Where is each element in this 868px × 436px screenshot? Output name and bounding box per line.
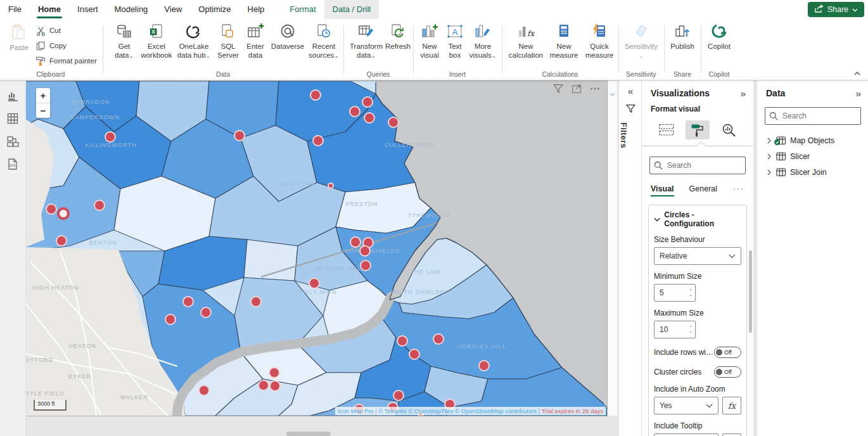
more-options-icon[interactable] bbox=[589, 83, 601, 96]
tab-home[interactable]: Home bbox=[30, 0, 69, 19]
tab-format[interactable]: Format bbox=[281, 0, 324, 19]
map-marker[interactable] bbox=[361, 260, 371, 271]
map-marker[interactable] bbox=[270, 381, 280, 391]
tab-data-drill[interactable]: Data / Drill bbox=[324, 0, 380, 19]
tab-file[interactable]: File bbox=[0, 0, 30, 19]
map-marker[interactable] bbox=[201, 307, 211, 317]
minimum-size-stepper[interactable]: ⌃⌄ bbox=[654, 284, 696, 302]
choropleth-map[interactable]: BURRADONCAMPERDOWNKILLINGWORTHNEW YORKCU… bbox=[25, 81, 607, 416]
circles-configuration-header[interactable]: Circles - Configuration bbox=[654, 210, 741, 228]
auto-zoom-fx-button[interactable]: fx bbox=[722, 397, 741, 414]
map-marker[interactable] bbox=[350, 237, 361, 247]
more-format-options-icon[interactable]: ··· bbox=[733, 184, 744, 193]
map-marker[interactable] bbox=[397, 336, 407, 346]
cluster-circles-toggle[interactable]: Off bbox=[714, 366, 741, 378]
cut-button[interactable]: Cut bbox=[35, 25, 61, 36]
stepper-arrows-icon[interactable]: ⌃⌄ bbox=[689, 289, 692, 297]
attribution-link[interactable]: © OpenMapTiles bbox=[408, 407, 453, 414]
map-marker[interactable] bbox=[183, 297, 193, 307]
map-marker[interactable] bbox=[251, 297, 261, 307]
map-marker[interactable] bbox=[433, 334, 444, 344]
canvas-vertical-scrollbar[interactable] bbox=[608, 81, 617, 416]
analytics-tab[interactable] bbox=[717, 120, 741, 139]
dax-query-view-button[interactable]: DAX bbox=[0, 153, 25, 176]
minimum-size-input[interactable] bbox=[654, 288, 682, 298]
new-measure-button[interactable]: New measure bbox=[547, 23, 580, 60]
map-marker[interactable] bbox=[313, 136, 323, 146]
map-marker[interactable] bbox=[105, 132, 115, 142]
sensitivity-button[interactable]: Sensitivity ⌄ bbox=[623, 23, 659, 60]
map-marker[interactable] bbox=[165, 314, 176, 324]
map-marker[interactable] bbox=[393, 390, 404, 401]
include-tooltip-dropdown[interactable]: Yes bbox=[654, 433, 718, 436]
transform-data-button[interactable]: Transform data⌄ bbox=[348, 23, 384, 60]
format-painter-button[interactable]: Format painter bbox=[35, 56, 97, 67]
quick-measure-button[interactable]: Quick measure bbox=[583, 23, 616, 60]
map-marker[interactable] bbox=[350, 106, 360, 117]
publish-button[interactable]: Publish bbox=[668, 23, 697, 51]
tab-view[interactable]: View bbox=[156, 0, 190, 19]
tab-optimize[interactable]: Optimize bbox=[190, 0, 239, 19]
map-visual[interactable]: BURRADONCAMPERDOWNKILLINGWORTHNEW YORKCU… bbox=[25, 81, 607, 416]
attribution-product[interactable]: Icon Map Pro bbox=[338, 407, 374, 414]
search-input[interactable] bbox=[781, 111, 857, 121]
map-marker[interactable] bbox=[94, 200, 105, 210]
text-box-button[interactable]: A Text box bbox=[444, 23, 466, 60]
tab-modeling[interactable]: Modeling bbox=[106, 0, 156, 19]
copilot-button[interactable]: Copilot bbox=[705, 23, 734, 51]
search-input[interactable] bbox=[666, 160, 741, 170]
data-search[interactable] bbox=[765, 107, 861, 125]
map-marker[interactable] bbox=[56, 236, 67, 246]
build-visual-tab[interactable] bbox=[654, 120, 679, 139]
canvas-horizontal-scrollbar[interactable] bbox=[286, 432, 331, 436]
tab-help[interactable]: Help bbox=[239, 0, 273, 19]
map-marker[interactable] bbox=[309, 278, 319, 288]
recent-sources-button[interactable]: Recent sources⌄ bbox=[308, 23, 340, 60]
copy-button[interactable]: Copy bbox=[35, 41, 67, 51]
zoom-in-button[interactable]: + bbox=[36, 88, 50, 103]
refresh-button[interactable]: Refresh bbox=[385, 23, 411, 51]
report-view-button[interactable] bbox=[0, 84, 25, 107]
stepper-arrows-icon[interactable]: ⌃⌄ bbox=[689, 326, 692, 333]
map-marker[interactable] bbox=[234, 131, 245, 141]
map-marker[interactable] bbox=[269, 368, 279, 378]
zoom-out-button[interactable]: − bbox=[36, 103, 50, 118]
visualizations-search[interactable] bbox=[649, 157, 746, 174]
map-marker[interactable] bbox=[199, 385, 209, 395]
new-calculation-button[interactable]: fx New calculation bbox=[507, 23, 545, 60]
map-marker[interactable] bbox=[258, 380, 269, 390]
attribution-link[interactable]: © Tekantis bbox=[378, 407, 406, 414]
dataverse-button[interactable]: Dataverse bbox=[270, 23, 305, 51]
map-marker[interactable] bbox=[46, 204, 56, 214]
tab-visual[interactable]: Visual bbox=[651, 184, 674, 193]
map-marker[interactable] bbox=[310, 90, 321, 100]
map-marker[interactable] bbox=[328, 183, 333, 188]
collapse-visualizations-icon[interactable]: » bbox=[741, 89, 746, 98]
table-slicer[interactable]: Slicer bbox=[757, 148, 868, 164]
collapse-data-pane-icon[interactable]: » bbox=[856, 89, 861, 98]
visualizations-scrollbar[interactable] bbox=[749, 250, 752, 333]
collapse-ribbon-icon[interactable] bbox=[854, 68, 860, 77]
table-view-button[interactable] bbox=[0, 107, 25, 130]
map-marker[interactable] bbox=[388, 117, 399, 127]
share-button[interactable]: Share bbox=[808, 2, 864, 17]
maximum-size-stepper[interactable]: ⌃⌄ bbox=[654, 321, 696, 338]
table-slicer-join[interactable]: Slicer Join bbox=[757, 164, 868, 180]
map-marker[interactable] bbox=[479, 361, 489, 371]
get-data-button[interactable]: Get data⌄ bbox=[110, 23, 138, 60]
include-tooltip-fx-button[interactable]: fx bbox=[722, 433, 741, 436]
new-visual-button[interactable]: New visual bbox=[417, 23, 442, 60]
onelake-data-hub-button[interactable]: OneLake data hub⌄ bbox=[175, 23, 213, 60]
include-rows-toggle[interactable]: Off bbox=[714, 347, 741, 358]
expand-filters-icon[interactable]: « bbox=[619, 86, 642, 96]
focus-mode-icon[interactable] bbox=[571, 83, 582, 96]
table-map-objects[interactable]: Map Objects bbox=[757, 132, 868, 148]
size-behaviour-dropdown[interactable]: Relative bbox=[654, 247, 741, 265]
map-marker[interactable] bbox=[360, 246, 370, 256]
filter-icon[interactable] bbox=[552, 83, 564, 96]
auto-zoom-dropdown[interactable]: Yes bbox=[654, 397, 718, 414]
model-view-button[interactable] bbox=[0, 130, 25, 153]
more-visuals-button[interactable]: More visuals⌄ bbox=[468, 23, 498, 60]
excel-workbook-button[interactable]: X Excel workbook bbox=[141, 23, 172, 60]
map-marker[interactable] bbox=[58, 208, 68, 219]
